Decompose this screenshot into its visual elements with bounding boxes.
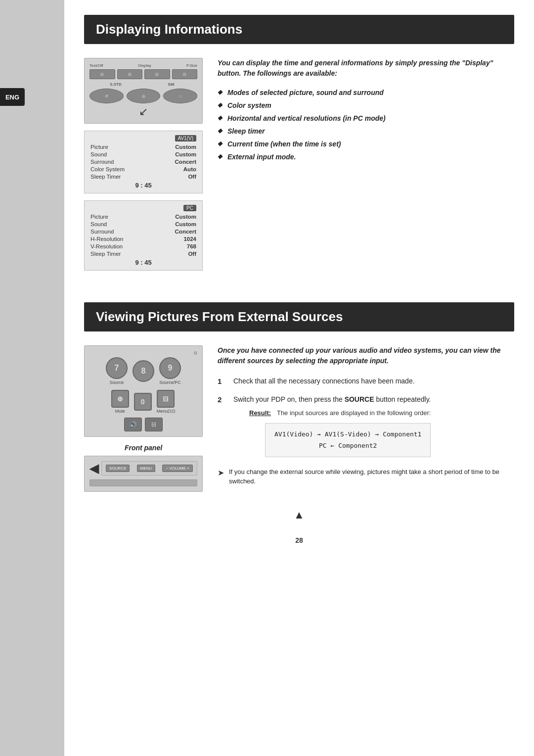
eng-label: ENG	[5, 94, 19, 101]
result-label: Result:	[249, 409, 271, 417]
pc-picture-value: Custom	[175, 214, 196, 220]
btn9-group: 9 Source/PC	[159, 357, 181, 385]
arrow-btn-group: ⊕ Mute	[111, 390, 129, 414]
remote-top-labels: Text/Off Display P.Size	[89, 63, 197, 68]
mute-label: Mute	[111, 409, 129, 414]
source-label: Source	[106, 380, 128, 385]
info-box1-time: 9 : 45	[90, 182, 196, 189]
left-arrow-row: ◀ SOURCE MENU − VOLUME +	[89, 461, 197, 475]
bottom-triangle: ▲	[84, 509, 514, 521]
still-btn[interactable]: ◎	[127, 89, 161, 103]
picture-value: Custom	[175, 144, 196, 150]
btn9[interactable]: 9	[159, 357, 181, 379]
pc-sound-value: Custom	[175, 221, 196, 227]
left-arrow-icon: ◀	[89, 462, 98, 475]
psize-label: P.Size	[186, 63, 197, 68]
bullet-5: Current time (when the time is set)	[218, 140, 514, 148]
main-content: Displaying Informations Text/Off Display…	[64, 0, 534, 564]
input-order-line1: AV1(Video) → AV1(S-Video) → Component1	[273, 429, 422, 439]
btn7[interactable]: 7	[106, 357, 128, 379]
input-order-text2: PC ← Component2	[319, 442, 377, 449]
bullet-4: Sleep timer	[218, 127, 514, 135]
note-text: If you change the external source while …	[229, 467, 514, 486]
steps-list: 1 Check that all the necessary connectio…	[218, 376, 514, 457]
info-box2-row-surround: Surround Concert	[90, 229, 196, 235]
info-box1-header: AV1(V)	[90, 135, 196, 142]
extra-btn2[interactable]: ○	[163, 89, 197, 103]
remote-control: Text/Off Display P.Size ⊡ ⊡ ⊡ ⊡ S.STD St…	[84, 58, 203, 124]
bullet-1: Modes of selected picture, sound and sur…	[218, 89, 514, 96]
cursor-arrow: ↙	[89, 105, 197, 118]
small-icon: ⊡	[89, 351, 197, 355]
psize-btn[interactable]: ⊡	[144, 69, 170, 79]
menu-icon: ⊟	[145, 418, 163, 431]
front-panel-label: Front panel	[84, 444, 203, 452]
strip-content: SOURCE MENU − VOLUME +	[101, 461, 197, 475]
section2-intro: Once you have connected up your various …	[218, 345, 514, 366]
info-box2-header: PC	[90, 205, 196, 211]
remote-mid-labels: S.STD Still	[89, 82, 197, 87]
step-1: 1 Check that all the necessary connectio…	[218, 376, 514, 387]
panel-strip: SOURCE MENU − VOLUME +	[101, 461, 197, 475]
source-pc-label: Source/PC	[159, 380, 181, 385]
info-box2-row-picture: Picture Custom	[90, 214, 196, 220]
bullet-2: Color system	[218, 101, 514, 109]
btn8-group: 8	[133, 360, 154, 382]
zero-btn[interactable]: 0	[134, 393, 152, 411]
info-box2-row-sound: Sound Custom	[90, 221, 196, 227]
section2-header: Viewing Pictures From External Sources	[84, 302, 514, 331]
result-block: Result: The input sources are displayed …	[249, 408, 431, 457]
info-box2-badge: PC	[183, 205, 196, 211]
sstd-label: S.STD	[89, 82, 142, 87]
sound-label: Sound	[90, 151, 107, 157]
section1-bullets: Modes of selected picture, sound and sur…	[218, 89, 514, 161]
eng-badge: ENG	[0, 88, 25, 106]
info-box2-row-vres: V-Resolution 768	[90, 243, 196, 249]
pc-sleeptimer-label: Sleep Timer	[90, 251, 121, 257]
colorsystem-label: Color System	[90, 166, 125, 172]
surround-label: Surround	[90, 159, 114, 165]
pc-surround-label: Surround	[90, 229, 114, 235]
sound-value: Custom	[175, 151, 196, 157]
info-box1-row-picture: Picture Custom	[90, 144, 196, 150]
speaker-icon-row: 🔊 ⊟	[89, 418, 197, 431]
source-strip-btn[interactable]: SOURCE	[106, 465, 130, 472]
extra-btn[interactable]: ⊡	[172, 69, 198, 79]
section1-left: Text/Off Display P.Size ⊡ ⊡ ⊡ ⊡ S.STD St…	[84, 58, 203, 278]
left-sidebar: ENG	[0, 0, 64, 756]
section1-layout: Text/Off Display P.Size ⊡ ⊡ ⊡ ⊡ S.STD St…	[84, 58, 514, 278]
result-text: The input sources are displayed in the f…	[277, 409, 431, 417]
input-order-text1: AV1(Video) → AV1(S-Video) → Component1	[274, 430, 421, 438]
volume-strip-btn[interactable]: − VOLUME +	[162, 465, 193, 472]
pc-picture-label: Picture	[90, 214, 108, 220]
info-box2-row-sleep: Sleep Timer Off	[90, 251, 196, 257]
step1-num: 1	[218, 376, 226, 387]
sleeptimer-label: Sleep Timer	[90, 174, 121, 180]
info-box1-row-colorsystem: Color System Auto	[90, 166, 196, 172]
arrow-btn[interactable]: ⊕	[111, 390, 129, 408]
sstd-btn[interactable]: ↺	[89, 89, 124, 103]
menu-strip-btn[interactable]: MENU	[137, 465, 156, 472]
section1-title: Displaying Informations	[96, 22, 242, 37]
hres-value: 1024	[183, 236, 196, 242]
section2-right: Once you have connected up your various …	[218, 345, 514, 499]
panel-top-row: 7 Source 8 9 Source/PC	[89, 357, 197, 385]
menu-btn[interactable]: ⊟	[157, 390, 175, 408]
info-box1-row-sleeptimer: Sleep Timer Off	[90, 174, 196, 180]
display-btn[interactable]: ⊡	[117, 69, 143, 79]
zero-btn-group: 0	[134, 393, 152, 411]
step2-num: 2	[218, 394, 226, 457]
text-off-btn[interactable]: ⊡	[89, 69, 115, 79]
text-off-label: Text/Off	[89, 63, 103, 68]
speaker-icon: 🔊	[124, 418, 142, 431]
sleeptimer-value: Off	[188, 174, 196, 180]
pc-sleeptimer-value: Off	[188, 251, 196, 257]
step2-content: Switch your PDP on, then press the SOURC…	[233, 394, 431, 457]
menu-label: Menu⊡⊡	[157, 409, 176, 414]
pc-sound-label: Sound	[90, 221, 107, 227]
display-label: Display	[138, 63, 151, 68]
btn8[interactable]: 8	[133, 360, 154, 382]
info-box-pc: PC Picture Custom Sound Custom Surround …	[84, 200, 203, 271]
info-box-av1: AV1(V) Picture Custom Sound Custom Surro…	[84, 131, 203, 193]
colorsystem-value: Auto	[183, 166, 196, 172]
